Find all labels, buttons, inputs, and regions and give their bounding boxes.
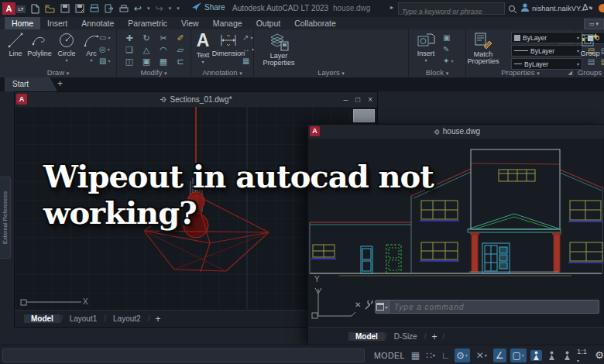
customize-wrench-icon[interactable]	[364, 300, 374, 311]
rotate-tool[interactable]: ↻	[138, 33, 155, 44]
share-button[interactable]: Share	[192, 2, 225, 12]
layout-tab-dsize[interactable]: D-Size	[387, 332, 424, 341]
tab-insert[interactable]: Insert	[40, 17, 74, 29]
snap-mode-toggle[interactable]: ∷▾	[424, 349, 438, 362]
command-bar[interactable]: ▾	[375, 300, 599, 314]
profile-dot-icon[interactable]	[599, 4, 604, 12]
tab-output[interactable]: Output	[249, 17, 288, 29]
new-layout-button[interactable]: +	[149, 314, 166, 325]
panel-label-modify[interactable]: Modify ▾	[117, 68, 190, 77]
save-as-icon[interactable]	[75, 4, 84, 13]
layout-tab-layout1[interactable]: Layout1	[63, 314, 105, 323]
autoscale-toggle[interactable]	[546, 350, 558, 361]
create-block-tool[interactable]: ▣	[443, 33, 453, 43]
rectangle-tool[interactable]: ▭▾	[99, 33, 110, 43]
undo-icon[interactable]: ↩	[134, 2, 142, 15]
text-dropdown-icon[interactable]: ▾	[201, 59, 204, 64]
layer-properties-tool[interactable]: Layer Properties	[259, 31, 299, 67]
array-tool[interactable]: ▦	[155, 56, 172, 67]
help-search-box[interactable]	[398, 2, 505, 15]
grid-display-toggle-icon[interactable]: ▦	[411, 349, 420, 362]
isometric-drafting-toggle[interactable]: ✕▾	[474, 349, 489, 362]
dimension-style-tool[interactable]: ↔▾	[242, 45, 254, 54]
chevron-right-icon[interactable]: ▸	[390, 4, 393, 11]
mirror-tool[interactable]: △	[138, 44, 155, 56]
command-input[interactable]	[390, 303, 599, 311]
command-close-icon[interactable]: ✕	[355, 300, 361, 309]
insert-block-tool[interactable]: Insert ▾	[412, 32, 440, 63]
undo-dropdown-icon[interactable]: ▾	[147, 5, 150, 12]
qat-customize-icon[interactable]: ▾	[177, 5, 180, 12]
open-folder-icon[interactable]	[45, 5, 55, 13]
redo-icon[interactable]: ↪	[156, 2, 163, 15]
help-search-input[interactable]	[399, 6, 510, 17]
tab-collaborate[interactable]: Collaborate	[287, 17, 343, 29]
panel-label-properties[interactable]: Properties ▾	[466, 68, 575, 77]
print-icon[interactable]	[119, 5, 129, 13]
scale-tool[interactable]: ▣	[138, 56, 155, 67]
command-prompt-icon[interactable]: ▾	[376, 300, 390, 313]
plot-icon[interactable]	[90, 4, 99, 13]
define-attributes-tool[interactable]: ✎	[443, 45, 453, 54]
ortho-mode-toggle-icon[interactable]: ∟	[441, 349, 451, 362]
file-tab-start[interactable]: Start	[5, 77, 57, 91]
panel-label-draw[interactable]: Draw ▾	[0, 68, 116, 77]
new-drawing-tab-button[interactable]: +	[57, 78, 63, 89]
external-references-palette-tab[interactable]: External References	[0, 177, 11, 259]
tab-home[interactable]: Home	[5, 17, 40, 29]
application-command-line[interactable]	[2, 349, 365, 362]
offset-tool[interactable]: ⊏	[172, 56, 189, 67]
tab-manage[interactable]: Manage	[206, 17, 249, 29]
polyline-tool[interactable]: Polyline	[23, 32, 56, 57]
export-icon[interactable]	[105, 4, 114, 13]
move-tool[interactable]: ✚	[121, 33, 138, 44]
autodesk-account-icon[interactable]: Δ ▾	[582, 2, 592, 12]
explode-tool[interactable]: ▱	[172, 44, 189, 56]
redo-dropdown-icon[interactable]: ▾	[169, 5, 172, 12]
close-icon[interactable]: ×	[368, 92, 372, 107]
new-layout-button[interactable]: +	[426, 331, 442, 342]
copy-tool[interactable]: ❏	[121, 44, 138, 56]
model-space-label[interactable]: MODEL	[374, 351, 405, 360]
panel-label-block[interactable]: Block ▾	[409, 68, 465, 77]
properties-launcher-icon[interactable]: ◢	[568, 70, 572, 76]
object-snap-tracking-toggle[interactable]: ∠	[493, 349, 506, 362]
erase-tool[interactable]: ✐	[172, 33, 189, 44]
polar-tracking-toggle[interactable]: ⊙▾	[455, 349, 470, 362]
panel-label-annotation[interactable]: Annotation ▾	[191, 68, 253, 77]
object-color-select[interactable]: ByLayer ▾	[511, 32, 582, 43]
fillet-tool[interactable]: ◠	[155, 44, 172, 56]
signed-in-user[interactable]: nishant.naikVY... ▾	[520, 2, 592, 13]
trim-tool[interactable]: ✂	[155, 33, 172, 44]
house-window-titlebar[interactable]: A house.dwg	[308, 125, 604, 139]
tab-view[interactable]: View	[174, 17, 206, 29]
minimize-icon[interactable]: –	[344, 92, 348, 107]
ellipse-tool[interactable]: ◎▾	[99, 45, 110, 54]
layout-tab-model[interactable]: Model	[348, 332, 385, 341]
leader-tool[interactable]: ↗▾	[242, 33, 254, 43]
lineweight-select[interactable]: ByLayer ▾	[511, 45, 582, 57]
annotation-scale-value[interactable]: 1:1 ▾	[577, 347, 591, 364]
annotation-scale-icon-button[interactable]	[561, 350, 573, 361]
insert-dropdown-icon[interactable]: ▾	[424, 57, 427, 63]
circle-tool[interactable]: Circle ▾	[53, 32, 81, 63]
new-file-icon[interactable]	[31, 4, 39, 14]
dimension-tool[interactable]: Dimension	[211, 32, 245, 57]
search-icon[interactable]	[508, 3, 517, 17]
table-tool[interactable]: ▦	[242, 57, 254, 66]
autocad-logo-icon[interactable]: A	[2, 2, 15, 15]
viewcube[interactable]	[353, 109, 375, 122]
ribbon-display-toggle[interactable]: ▭ ▾	[584, 19, 604, 29]
maximize-icon[interactable]: □	[355, 92, 360, 107]
hatch-tool[interactable]: ▨▾	[99, 57, 110, 66]
tab-annotate[interactable]: Annotate	[74, 17, 121, 29]
object-snap-toggle[interactable]: ▢▾	[510, 349, 527, 362]
stretch-tool[interactable]: ◫	[121, 56, 138, 67]
tab-parametric[interactable]: Parametric	[121, 17, 174, 29]
group-tool[interactable]: Group	[577, 32, 603, 57]
sections-window-titlebar[interactable]: A Sections_01.dwg* – □ ×	[15, 92, 377, 108]
customization-gear-icon[interactable]: ⚙	[595, 349, 604, 361]
layout-tab-model[interactable]: Model	[24, 314, 60, 323]
arc-dropdown-icon[interactable]: ▾	[90, 57, 92, 63]
panel-label-groups[interactable]: Groups	[575, 68, 604, 77]
